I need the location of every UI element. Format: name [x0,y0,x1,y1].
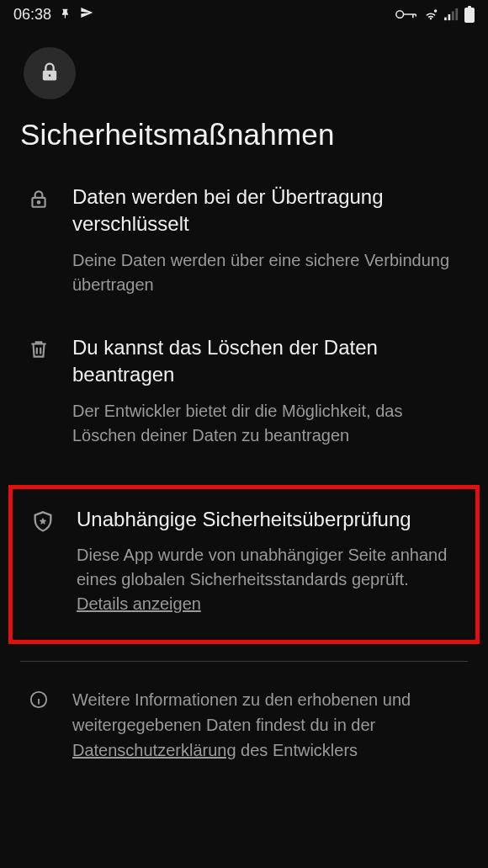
item-title: Du kannst das Löschen der Daten beantrag… [72,334,466,389]
privacy-policy-link[interactable]: Datenschutzerklärung [72,741,236,759]
item-title: Unabhängige Sicherheitsüberprüfung [77,506,462,533]
lock-icon [38,60,61,87]
svg-point-1 [434,9,438,13]
security-item-delete: Du kannst das Löschen der Daten beantrag… [0,334,488,448]
svg-rect-9 [48,73,52,77]
shield-star-icon [31,510,55,537]
item-title: Daten werden bei der Übertragung verschl… [72,184,466,238]
svg-point-11 [38,201,40,204]
desc-text: Diese App wurde von unabhängiger Seite a… [77,546,447,588]
send-icon [80,6,93,24]
vpn-key-icon [395,8,417,21]
svg-rect-4 [452,11,454,20]
signal-icon [444,8,459,21]
status-time: 06:38 [13,6,51,24]
wifi-icon [422,8,439,21]
status-bar: 06:38 [0,0,488,29]
item-desc: Der Entwickler bietet dir die Möglichkei… [72,399,466,448]
highlight-annotation: Unabhängige Sicherheitsüberprüfung Diese… [8,485,480,644]
svg-rect-3 [448,14,451,20]
pin-icon [60,6,72,24]
details-link[interactable]: Details anzeigen [77,594,201,613]
footer-text: Weitere Informationen zu den erhobenen u… [56,687,466,763]
lock-icon [28,188,50,213]
svg-rect-2 [444,18,447,21]
info-icon [29,690,48,712]
svg-rect-5 [455,8,458,20]
item-desc: Deine Daten werden über eine sichere Ver… [72,248,466,297]
security-item-encryption: Daten werden bei der Übertragung verschl… [0,184,488,297]
security-item-independent-review: Unabhängige Sicherheitsüberprüfung Diese… [26,506,462,616]
footer-info: Weitere Informationen zu den erhobenen u… [0,662,488,763]
svg-rect-7 [468,6,471,8]
svg-rect-6 [464,8,475,23]
trash-icon [28,338,50,364]
svg-point-0 [396,11,404,19]
battery-icon [464,6,475,23]
page-title: Sicherheitsmaßnahmen [0,118,488,152]
header-lock-badge [24,47,76,99]
item-desc: Diese App wurde von unabhängiger Seite a… [77,543,462,616]
